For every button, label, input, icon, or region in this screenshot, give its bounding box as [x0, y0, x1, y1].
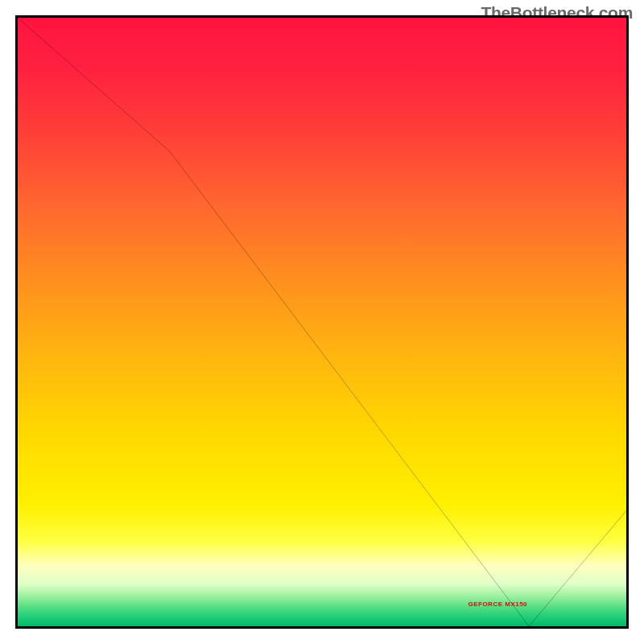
- chart-line-curve: [18, 18, 626, 626]
- series-marker-label: GEFORCE MX150: [468, 601, 527, 608]
- chart-plot-area: GEFORCE MX150: [15, 15, 629, 629]
